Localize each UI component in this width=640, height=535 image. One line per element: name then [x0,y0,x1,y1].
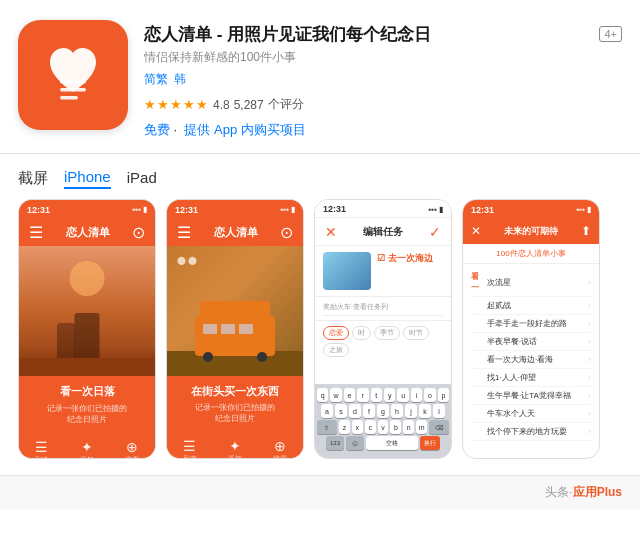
item-text-4: 半夜早餐·说话 [487,336,584,347]
item-arrow-6: › [588,373,591,382]
kb-x[interactable]: x [352,420,363,434]
kb-row-3: ⇧ z x c v b n m ⌫ [317,420,449,434]
kb-e[interactable]: e [344,388,355,402]
kb-m[interactable]: m [416,420,427,434]
screen2-text-area: 在街头买一次东西 记录一张你们已拍摄的纪念日照片 [167,376,303,432]
kb-j[interactable]: j [405,404,417,418]
kb-i[interactable]: i [411,388,422,402]
kb-b[interactable]: b [390,420,401,434]
kb-a[interactable]: a [321,404,333,418]
battery-icon: ▮ [143,205,147,214]
footer-logo: 应用Plus [573,484,622,501]
tag-festival[interactable]: 时节 [403,326,429,340]
item-text-2: 起贰战 [487,300,584,311]
kb-w[interactable]: w [330,388,341,402]
close-icon-3[interactable]: ✕ [325,224,337,240]
footer-label: 头条· [545,484,572,501]
kb-u[interactable]: u [397,388,408,402]
screen3-task-info: ☑ 去一次海边 [377,252,443,265]
kb-p[interactable]: p [438,388,449,402]
kb-space[interactable]: 空格 [366,436,418,450]
screenshot-3: 12:31 ▪▪▪ ▮ ✕ 编辑任务 ✓ ☑ 去一次海边 奖励火车·查看任务列 [314,199,452,459]
list-item[interactable]: 生午早餐·让TA觉得幸福 › [471,387,591,405]
list-item[interactable]: 找个停下来的地方玩耍 › [471,423,591,441]
kb-h[interactable]: h [391,404,403,418]
app-title-row: 恋人清单 - 用照片见证我们每个纪念日 4+ [144,24,622,46]
close-icon-4[interactable]: ✕ [471,224,481,238]
kb-l[interactable]: l [433,404,445,418]
status-bar-1: 12:31 ▪▪▪ ▮ [19,200,155,218]
list-item[interactable]: 半夜早餐·说话 › [471,333,591,351]
status-time-2: 12:31 [175,205,198,215]
kb-row-2: a s d f g h j k l [317,404,449,418]
nav-title-2: 恋人清单 [214,225,258,240]
bottom-icon-add-2: ✦添加 [228,438,242,459]
kb-delete[interactable]: ⌫ [429,420,449,434]
kb-o[interactable]: o [424,388,435,402]
bus-windows [203,324,267,334]
tab-ipad[interactable]: iPad [127,169,157,188]
signal-icon-2: ▪▪▪ [280,205,289,214]
kb-c[interactable]: c [365,420,376,434]
tag-time[interactable]: 时 [352,326,371,340]
kb-s[interactable]: s [335,404,347,418]
kb-n[interactable]: n [403,420,414,434]
status-bar-2: 12:31 ▪▪▪ ▮ [167,200,303,218]
stars-display: ★★★★★ [144,97,209,112]
kb-t[interactable]: t [371,388,382,402]
kb-z[interactable]: z [339,420,350,434]
app-header: 恋人清单 - 用照片见证我们每个纪念日 4+ 情侣保持新鲜感的100件小事 简繁… [0,0,640,154]
bus-win-1 [203,324,217,334]
list-item[interactable]: 起贰战 › [471,297,591,315]
tab-iphone[interactable]: iPhone [64,168,111,189]
list-item[interactable]: 找1·人人·仰望 › [471,369,591,387]
list-item[interactable]: 牛车水个人天 › [471,405,591,423]
kb-123[interactable]: 123 [326,436,344,450]
nav-bar-3: ✕ 编辑任务 ✓ [315,218,451,246]
signal-icon-3: ▪▪▪ [428,205,437,214]
screen1-photo [19,246,155,376]
nav-title-3: 编辑任务 [363,225,403,239]
nav-bar-2: ☰ 恋人清单 ⊙ [167,218,303,246]
status-icons-2: ▪▪▪ ▮ [280,205,295,214]
lang-tag-1[interactable]: 简繁 [144,71,168,88]
kb-v[interactable]: v [378,420,389,434]
screen1-text-area: 看一次日落 记录一张你们已拍摄的纪念日照片 [19,376,155,433]
kb-r[interactable]: r [357,388,368,402]
kb-emoji[interactable]: ☺ [346,436,364,450]
kb-k[interactable]: k [419,404,431,418]
screen4-subtitle: 100件恋人清单小事 [463,244,599,264]
item-num: 看一 [471,271,483,293]
item-text: 次流星 [487,277,584,288]
check-icon-3[interactable]: ✓ [429,224,441,240]
age-badge: 4+ [599,26,622,42]
svg-rect-1 [60,88,86,92]
list-item[interactable]: 看一 次流星 › [471,268,591,297]
kb-g[interactable]: g [377,404,389,418]
app-title: 恋人清单 - 用照片见证我们每个纪念日 [144,24,591,46]
lang-tag-2[interactable]: 韩 [174,71,186,88]
list-item[interactable]: 看一次大海边·看海 › [471,351,591,369]
tag-1[interactable]: 恋爱 [323,326,349,340]
screen3-content: ☑ 去一次海边 [315,246,451,296]
app-lang-row: 简繁 韩 [144,71,622,88]
status-icons-3: ▪▪▪ ▮ [428,205,443,214]
kb-return[interactable]: 换行 [420,436,440,450]
kb-f[interactable]: f [363,404,375,418]
bus-shape [195,316,275,356]
tag-trip[interactable]: 之旅 [323,343,349,357]
item-text-5: 看一次大海边·看海 [487,354,584,365]
kb-q[interactable]: q [317,388,328,402]
list-item[interactable]: 手牵手走一段好走的路 › [471,315,591,333]
bottom-icon-search: ⊕搜索 [125,439,139,459]
kb-y[interactable]: y [384,388,395,402]
review-count: 5,287 [234,98,264,112]
share-icon-4[interactable]: ⬆ [581,224,591,238]
screen2-sub-text: 记录一张你们已拍摄的纪念日照片 [177,402,293,424]
battery-icon-2: ▮ [291,205,295,214]
screen3-thumbnail [323,252,371,290]
kb-shift[interactable]: ⇧ [317,420,337,434]
kb-d[interactable]: d [349,404,361,418]
item-arrow-2: › [588,301,591,310]
tag-season[interactable]: 季节 [374,326,400,340]
